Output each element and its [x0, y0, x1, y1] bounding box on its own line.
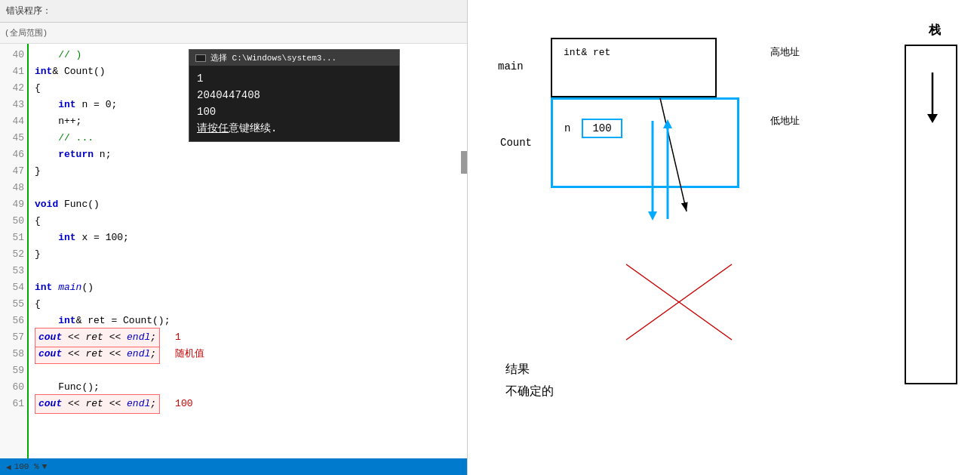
low-addr-label: 低地址	[770, 114, 800, 128]
svg-line-10	[626, 264, 732, 340]
code-line-54: int main()	[35, 279, 461, 296]
n-label: n	[564, 122, 570, 134]
code-line-58: cout << ret << endl; 随机值	[35, 346, 461, 362]
ret-ref-label: int& ret	[564, 47, 704, 58]
scrollbar[interactable]	[461, 151, 467, 174]
code-line-48	[35, 180, 461, 196]
terminal-popup: 选择 C:\Windows\system3... 1 2040447408 10…	[189, 49, 400, 142]
svg-line-9	[626, 264, 732, 340]
count-frame-label: Count	[500, 137, 532, 149]
code-line-49: void Func()	[35, 196, 461, 213]
memory-diagram: main int& ret 高地址 Count n 100 低地址	[505, 38, 739, 188]
code-line-57: cout << ret << endl; 1	[35, 329, 461, 346]
code-line-50: {	[35, 213, 461, 230]
svg-marker-12	[927, 114, 938, 123]
main-frame-box: int& ret	[551, 38, 717, 97]
editor-footer: ◀ 100 % ▼	[0, 458, 467, 475]
high-addr-label: 高地址	[770, 45, 800, 59]
code-line-52: }	[35, 246, 461, 263]
zoom-value: 100 %	[14, 462, 39, 471]
editor-header: 错误程序：	[0, 0, 467, 23]
code-line-60: Func();	[35, 379, 461, 396]
editor-panel: 错误程序： (全局范围) 40 41 42 43 44 45 46 47 48 …	[0, 0, 468, 475]
code-line-59	[35, 362, 461, 379]
n-value: 100	[582, 119, 622, 138]
code-line-53	[35, 263, 461, 279]
n-row: n 100	[564, 119, 726, 138]
code-line-51: int x = 100;	[35, 230, 461, 246]
error-label: 错误程序：	[6, 5, 51, 17]
editor-toolbar: (全局范围)	[0, 23, 467, 44]
terminal-body: 1 2040447408 100 请按任意键继续.	[189, 66, 399, 141]
code-line-47: }	[35, 163, 461, 180]
code-line-46: return n;	[35, 147, 461, 163]
stack-box	[905, 45, 957, 384]
code-line-56: int& ret = Count();	[35, 313, 461, 329]
toolbar-scope: (全局范围)	[5, 27, 48, 39]
diagram-panel: main int& ret 高地址 Count n 100 低地址	[468, 0, 980, 475]
terminal-icon	[195, 54, 206, 62]
terminal-titlebar: 选择 C:\Windows\system3...	[189, 50, 399, 66]
code-line-55: {	[35, 296, 461, 313]
code-line-61: cout << ret << endl; 100	[35, 396, 461, 412]
line-numbers: 40 41 42 43 44 45 46 47 48 49 50 51 52 5…	[0, 44, 29, 458]
result-label: 结果	[505, 362, 554, 378]
terminal-title: 选择 C:\Windows\system3...	[210, 52, 336, 63]
count-frame-box: Count n 100	[551, 97, 739, 188]
result-section: 结果 不确定的	[505, 362, 554, 399]
zoom-control[interactable]: ◀ 100 % ▼	[6, 462, 47, 472]
stack-section: 栈	[905, 23, 965, 384]
svg-marker-6	[648, 211, 657, 221]
stack-label: 栈	[905, 23, 965, 39]
main-frame-label: main	[498, 60, 524, 72]
result-value: 不确定的	[505, 384, 554, 399]
stack-arrow-svg	[906, 69, 959, 129]
